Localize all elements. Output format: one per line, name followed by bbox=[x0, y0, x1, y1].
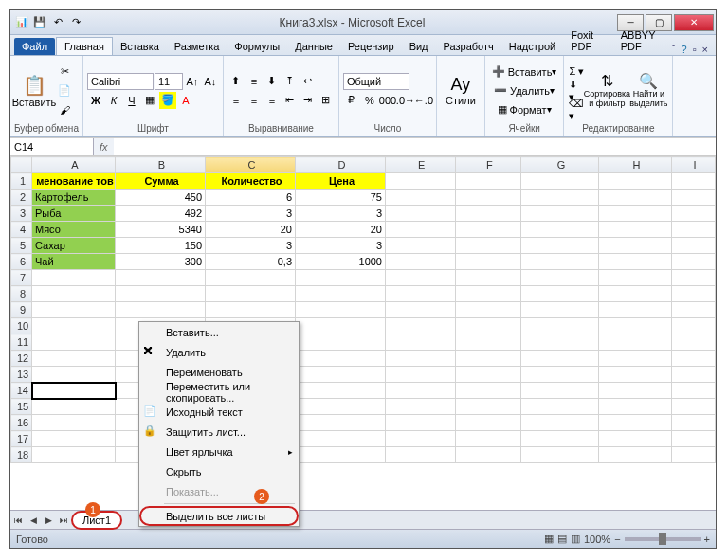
row-header-4[interactable]: 4 bbox=[11, 222, 32, 238]
view-break-icon[interactable]: ▥ bbox=[571, 533, 580, 545]
cell-D1[interactable]: Цена bbox=[296, 173, 386, 190]
col-header-I[interactable]: I bbox=[672, 157, 716, 173]
cell-B5[interactable]: 150 bbox=[116, 238, 206, 254]
cell-D2[interactable]: 75 bbox=[296, 190, 386, 206]
cell-D3[interactable]: 3 bbox=[296, 206, 386, 222]
cell-D5[interactable]: 3 bbox=[296, 238, 386, 254]
row-header-2[interactable]: 2 bbox=[11, 190, 32, 206]
row-header-5[interactable]: 5 bbox=[11, 238, 32, 254]
cell-C4[interactable]: 20 bbox=[206, 222, 296, 238]
close-button[interactable]: ✕ bbox=[674, 14, 714, 31]
format-cells-button[interactable]: ▦ Формат ▾ bbox=[489, 101, 559, 118]
border-icon[interactable]: ▦ bbox=[141, 92, 158, 109]
cell-D4[interactable]: 20 bbox=[296, 222, 386, 238]
col-header-A[interactable]: A bbox=[32, 157, 116, 173]
cell-A15[interactable] bbox=[32, 399, 116, 415]
col-header-G[interactable]: G bbox=[521, 157, 598, 173]
cell-A12[interactable] bbox=[32, 351, 116, 367]
tab-foxit[interactable]: Foxit PDF bbox=[563, 27, 613, 55]
zoom-slider[interactable] bbox=[625, 537, 701, 541]
cell-A8[interactable] bbox=[32, 286, 116, 302]
cell-A9[interactable] bbox=[32, 302, 116, 318]
ctx-source[interactable]: 📄Исходный текст bbox=[139, 402, 299, 422]
currency-icon[interactable]: ₽ bbox=[343, 92, 360, 109]
col-header-F[interactable]: F bbox=[455, 157, 521, 173]
find-select-button[interactable]: 🔍 Найти и выделить bbox=[628, 63, 668, 118]
ctx-tab-color[interactable]: Цвет ярлычка bbox=[139, 442, 299, 461]
increase-indent-icon[interactable]: ⇥ bbox=[300, 92, 317, 109]
tab-file[interactable]: Файл bbox=[14, 38, 55, 55]
row-header-12[interactable]: 12 bbox=[11, 351, 32, 367]
cell-B1[interactable]: Сумма bbox=[116, 173, 206, 190]
sheet-nav-prev[interactable]: ◀ bbox=[26, 513, 41, 528]
ctx-delete[interactable]: 🗙Удалить bbox=[139, 342, 299, 362]
underline-button[interactable]: Ч bbox=[123, 92, 140, 109]
cell-A6[interactable]: Чай bbox=[32, 254, 116, 270]
sheet-nav-next[interactable]: ▶ bbox=[41, 513, 56, 528]
zoom-out-button[interactable]: − bbox=[614, 533, 620, 545]
cell-A16[interactable] bbox=[32, 415, 116, 431]
decrease-font-icon[interactable]: A↓ bbox=[202, 73, 219, 90]
zoom-thumb[interactable] bbox=[659, 533, 666, 545]
cell-C3[interactable]: 3 bbox=[206, 206, 296, 222]
sheet-nav-last[interactable]: ⏭ bbox=[56, 513, 71, 528]
row-header-17[interactable]: 17 bbox=[11, 431, 32, 447]
cell-C6[interactable]: 0,3 bbox=[206, 254, 296, 270]
view-normal-icon[interactable]: ▦ bbox=[544, 533, 554, 545]
tab-home[interactable]: Главная bbox=[56, 37, 113, 55]
cell-C2[interactable]: 6 bbox=[206, 190, 296, 206]
ctx-hide[interactable]: Скрыть bbox=[139, 461, 299, 481]
tab-addins[interactable]: Надстрой bbox=[501, 38, 563, 55]
cell-A5[interactable]: Сахар bbox=[32, 238, 116, 254]
cell-C1[interactable]: Количество bbox=[206, 173, 296, 190]
cell-A2[interactable]: Картофель bbox=[32, 190, 116, 206]
merge-icon[interactable]: ⊞ bbox=[318, 92, 335, 109]
orientation-icon[interactable]: ⤒ bbox=[282, 73, 299, 90]
number-format-select[interactable]: Общий bbox=[343, 73, 410, 90]
spreadsheet-grid[interactable]: ABCDEFGHI1 менование тов Сумма Количеств… bbox=[10, 156, 716, 510]
row-header-7[interactable]: 7 bbox=[11, 270, 32, 286]
cut-icon[interactable]: ✂ bbox=[56, 63, 73, 81]
clear-icon[interactable]: ⌫ ▾ bbox=[568, 101, 585, 118]
ctx-protect[interactable]: 🔒Защитить лист... bbox=[139, 422, 299, 442]
cell-C5[interactable]: 3 bbox=[206, 238, 296, 254]
ctx-rename[interactable]: Переименовать bbox=[139, 362, 299, 382]
align-top-icon[interactable]: ⬆ bbox=[228, 73, 245, 90]
undo-icon[interactable]: ↶ bbox=[50, 15, 65, 30]
font-color-icon[interactable]: A bbox=[177, 92, 194, 109]
align-center-icon[interactable]: ≡ bbox=[246, 92, 263, 109]
formula-input[interactable] bbox=[114, 138, 716, 155]
row-header-8[interactable]: 8 bbox=[11, 286, 32, 302]
name-box[interactable]: C14 bbox=[10, 138, 94, 155]
ctx-insert[interactable]: Вставить... bbox=[139, 322, 299, 342]
align-bottom-icon[interactable]: ⬇ bbox=[264, 73, 281, 90]
help-icon[interactable]: ? bbox=[682, 44, 687, 55]
row-header-16[interactable]: 16 bbox=[11, 415, 32, 431]
comma-icon[interactable]: 000 bbox=[379, 92, 396, 109]
delete-cells-button[interactable]: ➖ Удалить ▾ bbox=[489, 82, 559, 99]
row-header-1[interactable]: 1 bbox=[11, 173, 32, 190]
tab-dev[interactable]: Разработч bbox=[436, 38, 501, 55]
zoom-in-button[interactable]: + bbox=[704, 533, 710, 545]
cell-A3[interactable]: Рыба bbox=[32, 206, 116, 222]
increase-font-icon[interactable]: A↑ bbox=[184, 73, 201, 90]
tab-layout[interactable]: Разметка bbox=[167, 38, 228, 55]
cell-A18[interactable] bbox=[32, 447, 116, 463]
restore-icon[interactable]: ▫ bbox=[693, 44, 697, 55]
minimize-ribbon-icon[interactable]: ˇ bbox=[672, 44, 676, 55]
styles-button[interactable]: Ay Стили bbox=[441, 63, 481, 118]
sheet-nav-first[interactable]: ⏮ bbox=[10, 513, 26, 528]
fx-icon[interactable]: fx bbox=[94, 141, 114, 153]
redo-icon[interactable]: ↷ bbox=[68, 15, 83, 30]
italic-button[interactable]: К bbox=[105, 92, 122, 109]
tab-view[interactable]: Вид bbox=[402, 38, 436, 55]
row-header-18[interactable]: 18 bbox=[11, 447, 32, 463]
ctx-select-all-sheets[interactable]: Выделить все листы bbox=[139, 506, 299, 526]
col-header-D[interactable]: D bbox=[296, 157, 386, 173]
close-workbook-icon[interactable]: × bbox=[702, 44, 708, 55]
paste-button[interactable]: 📋 Вставить bbox=[14, 63, 54, 118]
align-middle-icon[interactable]: ≡ bbox=[246, 73, 263, 90]
tab-data[interactable]: Данные bbox=[287, 38, 340, 55]
row-header-14[interactable]: 14 bbox=[11, 383, 32, 399]
cell-A11[interactable] bbox=[32, 334, 116, 351]
